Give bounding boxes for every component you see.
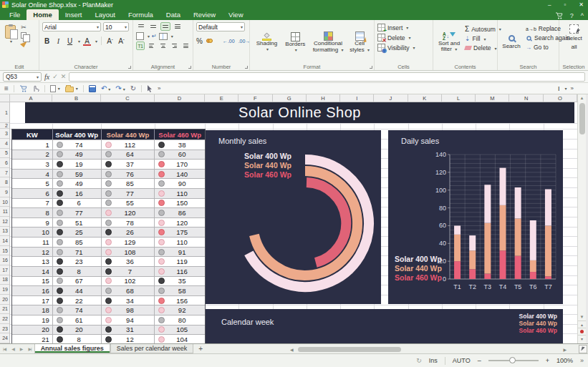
zoom-in-button[interactable]: + — [546, 357, 549, 364]
align-justify-button[interactable] — [181, 41, 191, 50]
toolbar-menu-icon[interactable]: ≡ — [4, 84, 9, 92]
shop-cart-icon[interactable] — [555, 12, 563, 19]
column-header-K[interactable]: K — [408, 94, 442, 102]
row-header-2[interactable]: 2 — [0, 123, 9, 129]
record-button[interactable] — [578, 328, 586, 335]
cell-solar-400[interactable]: 61 — [53, 315, 102, 325]
select-all-corner[interactable] — [0, 94, 10, 102]
row-header-14[interactable]: 14 — [0, 236, 9, 246]
cell-kw[interactable]: 19 — [12, 315, 53, 325]
cell-solar-400[interactable]: 77 — [53, 208, 102, 217]
currency-button[interactable] — [206, 39, 213, 43]
cell-kw[interactable]: 17 — [12, 296, 53, 305]
horizontal-scrollbar[interactable]: ◀ ▶ — [288, 346, 569, 353]
cell-solar-460[interactable]: 35 — [155, 277, 205, 286]
format-painter-button[interactable] — [19, 39, 27, 47]
open-file-button[interactable]: ▾ — [65, 85, 78, 92]
cell-kw[interactable]: 18 — [12, 305, 53, 315]
visibility-button[interactable]: ◉ Visibility▾ — [377, 44, 430, 52]
cell-solar-460[interactable]: 170 — [155, 160, 205, 169]
cell-kw[interactable]: 3 — [12, 160, 53, 169]
vertical-scroll-thumb[interactable] — [579, 103, 585, 134]
redo-button[interactable]: ↷▾ — [115, 84, 125, 92]
sheet-tab[interactable]: Sales per calendar week — [110, 344, 194, 353]
cell-kw[interactable]: 9 — [12, 218, 53, 227]
cell-styles-button[interactable]: Cell styles ▾ — [347, 22, 372, 62]
cell-kw[interactable]: 4 — [12, 170, 53, 179]
auto-mode-indicator[interactable]: AUTO — [453, 357, 471, 364]
shrink-font-button[interactable]: Aˇ — [117, 36, 126, 46]
new-document-button[interactable]: ▾ — [50, 85, 60, 92]
cell-solar-440[interactable]: 102 — [102, 277, 155, 286]
cell-solar-400[interactable]: 85 — [53, 238, 102, 247]
minimize-button[interactable]: – — [548, 0, 551, 9]
cell-solar-440[interactable]: 98 — [102, 305, 155, 315]
cell-solar-440[interactable]: 108 — [102, 248, 155, 257]
cell-kw[interactable]: 16 — [12, 286, 53, 295]
add-decimal-button[interactable]: ←.00 — [223, 39, 235, 44]
zoom-out-button[interactable]: – — [478, 357, 481, 364]
row-header-18[interactable]: 18 — [0, 275, 9, 285]
menu-item-formula[interactable]: Formula — [122, 9, 160, 20]
cell-solar-460[interactable]: 175 — [155, 227, 205, 237]
cell-kw[interactable]: 12 — [12, 248, 53, 257]
font-color-button[interactable]: A — [82, 36, 92, 46]
cell-solar-400[interactable]: 44 — [53, 286, 102, 295]
cell-kw[interactable]: 7 — [12, 199, 53, 208]
row-header-12[interactable]: 12 — [0, 217, 9, 227]
insert-cells-button[interactable]: + Insert▾ — [377, 24, 430, 31]
cell-solar-440[interactable]: 55 — [102, 199, 155, 208]
delete-cells-button[interactable]: ✕ Delete▾ — [377, 34, 430, 41]
cell-solar-400[interactable]: 49 — [53, 179, 102, 188]
cell-kw[interactable]: 8 — [12, 208, 53, 217]
search-button[interactable]: Search — [501, 22, 522, 62]
borders-button[interactable]: Borders▾ — [282, 22, 309, 62]
cell-solar-460[interactable]: 110 — [155, 238, 205, 247]
cell-solar-460[interactable]: 91 — [155, 248, 205, 257]
grow-font-button[interactable]: Aˆ — [105, 36, 115, 46]
zoom-level[interactable]: 100% — [556, 357, 573, 364]
dialog-launcher-icon[interactable] — [370, 66, 372, 69]
percent-button[interactable]: % — [196, 37, 203, 45]
split-down-button[interactable]: ▾ — [578, 335, 586, 342]
cell-solar-440[interactable]: 77 — [102, 189, 155, 198]
cell-solar-460[interactable]: 60 — [155, 150, 205, 160]
row-header-7[interactable]: 7 — [0, 168, 9, 178]
cell-solar-400[interactable]: 49 — [53, 150, 102, 160]
cell-kw[interactable]: 1 — [12, 140, 53, 150]
conditional-formatting-button[interactable]: Conditional formatting ▾ — [310, 22, 346, 62]
column-header-N[interactable]: N — [509, 94, 543, 102]
confirm-entry-button[interactable]: ✓ — [52, 73, 58, 80]
cell-solar-460[interactable]: 92 — [155, 305, 205, 315]
cell-solar-400[interactable]: 8 — [53, 335, 102, 343]
row-header-4[interactable]: 4 — [0, 139, 9, 149]
merge-cells-button[interactable] — [159, 33, 168, 40]
cell-solar-400[interactable]: 22 — [53, 296, 102, 305]
dialog-launcher-icon[interactable] — [188, 66, 191, 69]
cell-solar-460[interactable]: 105 — [155, 326, 205, 335]
cell-kw[interactable]: 20 — [12, 326, 53, 335]
cell-solar-440[interactable]: 112 — [102, 140, 155, 150]
chevron-down-icon[interactable]: ▾ — [565, 86, 567, 91]
tab-nav-icon[interactable]: ▶ — [17, 346, 26, 351]
paste-button[interactable]: ▾ — [3, 22, 18, 47]
vertical-scrollbar[interactable]: ▲ ▼ ▴ ▾ — [577, 94, 586, 343]
cell-solar-400[interactable]: 74 — [53, 305, 102, 315]
row-header-22[interactable]: 22 — [0, 314, 9, 324]
tab-nav-icon[interactable]: ◀ — [9, 346, 17, 351]
cell-solar-460[interactable]: 150 — [155, 199, 205, 208]
cell-solar-440[interactable]: 7 — [102, 267, 155, 276]
cell-solar-440[interactable]: 64 — [102, 150, 155, 160]
sheet-area[interactable]: Solar Online Shop KWSolar 400 WpSolar 44… — [0, 102, 577, 343]
scroll-right-icon[interactable]: ▶ — [561, 347, 569, 352]
row-header-24[interactable]: 24 — [0, 333, 9, 343]
cell-solar-400[interactable]: 6 — [53, 199, 102, 208]
column-header-O[interactable]: O — [544, 94, 577, 102]
delete-contents-button[interactable]: Delete▾ — [465, 44, 501, 52]
monthly-sales-chart-panel[interactable]: Monthly sales Solar 400 WpSolar 440 WpSo… — [206, 130, 381, 304]
cell-solar-460[interactable]: 140 — [155, 170, 205, 179]
cell-solar-400[interactable]: 20 — [53, 326, 102, 335]
cell-kw[interactable]: 2 — [12, 150, 53, 160]
sort-and-filter-button[interactable]: AZ↓ Sort and filter ▾ — [436, 22, 462, 62]
maximize-button[interactable]: ▫ — [564, 0, 566, 9]
